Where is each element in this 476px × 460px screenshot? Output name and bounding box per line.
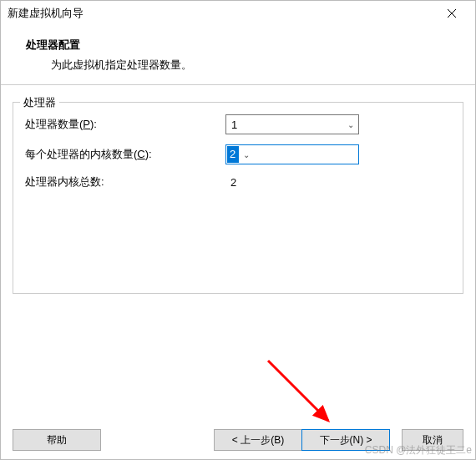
titlebar: 新建虚拟机向导 [1,1,475,26]
cores-per-processor-value: 2 [227,146,239,163]
svg-line-2 [268,361,328,421]
close-button[interactable] [435,1,468,26]
page-title: 处理器配置 [26,38,460,53]
processor-groupbox: 处理器 处理器数量(P): 1 ⌄ 每个处理器的内核数量(C): 2 ⌄ [13,102,463,294]
cores-per-processor-label: 每个处理器的内核数量(C): [25,147,225,162]
chevron-down-icon: ⌄ [343,120,358,129]
page-description: 为此虚拟机指定处理器数量。 [51,58,460,73]
groupbox-title: 处理器 [20,95,59,110]
processor-count-value: 1 [226,119,343,131]
cores-per-processor-combobox[interactable]: 2 ⌄ [225,144,359,164]
total-cores-value: 2 [225,176,236,189]
close-icon [448,9,456,18]
total-cores-label: 处理器内核总数: [25,174,225,190]
processor-count-combobox[interactable]: 1 ⌄ [225,114,359,134]
annotation-arrow-icon [261,354,345,437]
cores-per-processor-row: 每个处理器的内核数量(C): 2 ⌄ [25,144,451,164]
wizard-window: 新建虚拟机向导 处理器配置 为此虚拟机指定处理器数量。 处理器 处理器数量(P)… [0,0,476,460]
content-area: 处理器 处理器数量(P): 1 ⌄ 每个处理器的内核数量(C): 2 ⌄ [1,85,475,304]
cancel-button[interactable]: 取消 [402,429,463,451]
wizard-header: 处理器配置 为此虚拟机指定处理器数量。 [1,26,475,84]
help-button[interactable]: 帮助 [13,429,101,451]
chevron-down-icon: ⌄ [239,150,254,159]
processor-count-row: 处理器数量(P): 1 ⌄ [25,114,451,134]
total-cores-row: 处理器内核总数: 2 [25,174,451,190]
footer-buttons: 帮助 < 上一步(B) 下一步(N) > 取消 [1,421,475,459]
window-title: 新建虚拟机向导 [8,6,435,21]
processor-count-label: 处理器数量(P): [25,117,225,132]
